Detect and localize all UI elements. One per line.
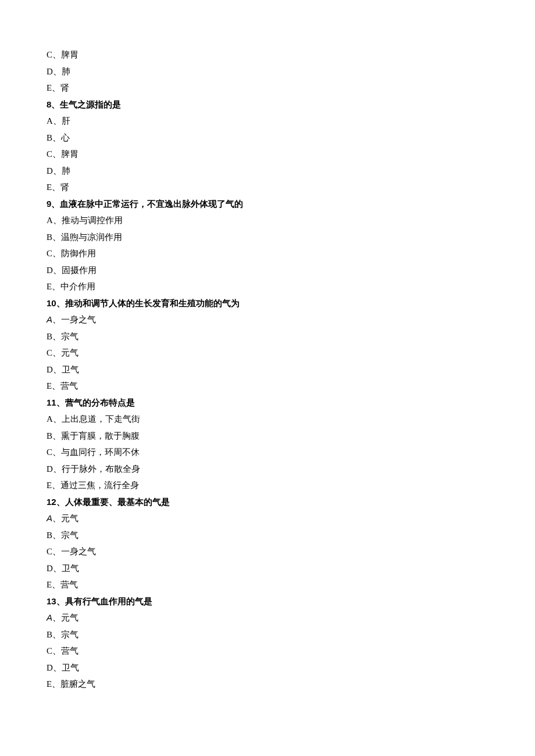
- option-text: D、行于脉外，布散全身: [47, 461, 488, 478]
- option-text: B、宗气: [47, 328, 488, 345]
- option-text: C、元气: [47, 345, 488, 361]
- document-page: C、脾胃D、肺E、肾8、生气之源指的是A、肝B、心C、脾胃D、肺E、肾9、血液在…: [0, 0, 535, 756]
- option-text: B、熏于肓膜，散于胸腹: [47, 428, 488, 445]
- question-text: 13、具有行气血作用的气是: [47, 593, 488, 610]
- question-text: 8、生气之源指的是: [47, 96, 488, 113]
- option-text: C、一身之气: [47, 543, 488, 560]
- option-text: C、脾胃: [47, 46, 488, 63]
- option-text: D、卫气: [47, 361, 488, 378]
- option-text: B、宗气: [47, 626, 488, 643]
- option-text: E、营气: [47, 378, 488, 395]
- option-text: B、心: [47, 130, 488, 146]
- option-letter: A: [47, 513, 52, 523]
- option-text: B、宗气: [47, 527, 488, 544]
- question-text: 12、人体最重要、最基本的气是: [47, 494, 488, 511]
- option-text: A、上出息道，下走气街: [47, 411, 488, 428]
- option-text: E、脏腑之气: [47, 676, 488, 693]
- option-text: B、温煦与凉润作用: [47, 229, 488, 246]
- option-text: C、与血同行，环周不休: [47, 444, 488, 461]
- option-letter: A: [47, 612, 52, 622]
- option-text: C、营气: [47, 643, 488, 660]
- option-letter: A: [47, 314, 52, 324]
- option-text: E、中介作用: [47, 278, 488, 295]
- option-text: E、通过三焦，流行全身: [47, 477, 488, 494]
- option-text: A、元气: [47, 610, 488, 626]
- option-text: D、卫气: [47, 560, 488, 577]
- question-text: 10、推动和调节人体的生长发育和生殖功能的气为: [47, 295, 488, 312]
- option-text: C、防御作用: [47, 245, 488, 262]
- option-text: D、卫气: [47, 660, 488, 676]
- option-text: D、肺: [47, 163, 488, 180]
- option-text: D、肺: [47, 63, 488, 80]
- option-text: C、脾胃: [47, 146, 488, 163]
- option-text: E、营气: [47, 576, 488, 593]
- option-text: E、肾: [47, 80, 488, 96]
- option-text: A、肝: [47, 113, 488, 130]
- option-text: A、一身之气: [47, 311, 488, 328]
- option-text: A、推动与调控作用: [47, 212, 488, 229]
- question-text: 9、血液在脉中正常运行，不宜逸出脉外体现了气的: [47, 196, 488, 213]
- option-text: D、固摄作用: [47, 262, 488, 279]
- question-text: 11、营气的分布特点是: [47, 395, 488, 411]
- option-text: A、元气: [47, 510, 488, 527]
- option-text: E、肾: [47, 179, 488, 196]
